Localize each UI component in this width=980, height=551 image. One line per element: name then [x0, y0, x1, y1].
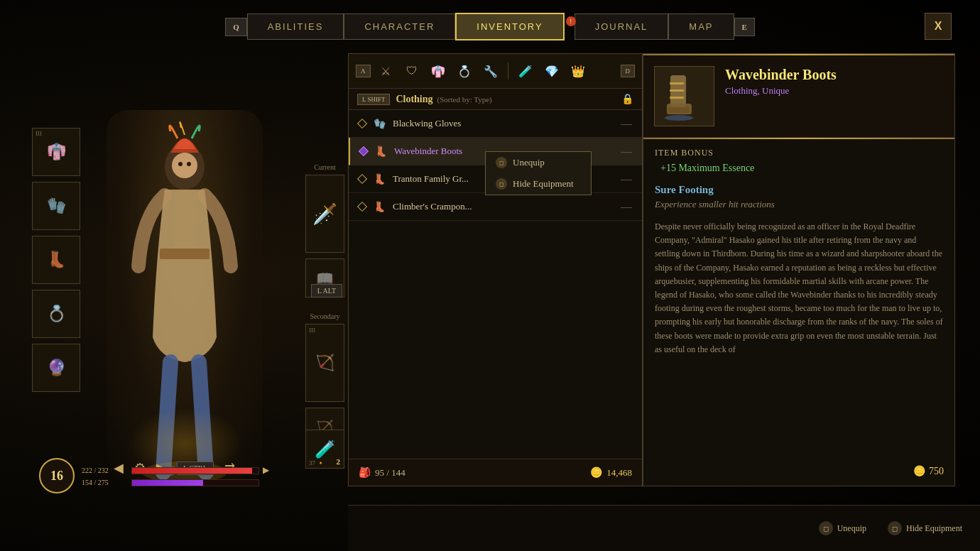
character-tab[interactable]: CHARACTER: [344, 13, 455, 40]
item-type-icon: 👢: [371, 199, 387, 214]
svg-rect-13: [670, 97, 684, 99]
journal-tab[interactable]: JOURNAL: [575, 13, 669, 40]
health-value: 222 / 232: [82, 467, 128, 474]
hide-context-icon: ◻: [496, 178, 507, 190]
category-sort-info: (Sorted by: Type): [437, 95, 492, 104]
gold-display: 🪙 14,468: [590, 467, 632, 479]
journal-exclaim: !: [566, 16, 576, 26]
boots-icon: 👢: [47, 251, 66, 269]
item-diamond-icon: [357, 202, 367, 212]
item-type-icon: 🧤: [371, 116, 387, 131]
weapon-slot-main[interactable]: 🗡️: [305, 175, 344, 253]
inventory-panel: A ⚔ 🛡 👘 💍 🔧 🧪 💎 👑 D L SHIFT Clothing (So…: [348, 53, 643, 486]
health-bars: 222 / 232 ▶ 154 / 275: [82, 465, 269, 486]
gloves-slot[interactable]: 🧤: [32, 182, 80, 230]
svg-rect-10: [668, 107, 690, 113]
context-unequip[interactable]: ◻ Unequip: [486, 152, 591, 173]
ability-description: Experience smaller hit reactions: [655, 199, 943, 210]
svg-point-14: [665, 115, 693, 121]
secondary-weapons: Secondary III 🏹 🏹: [305, 312, 344, 447]
svg-point-6: [178, 162, 183, 166]
boot-svg: [660, 72, 709, 121]
cost-coin-icon: 🪙: [913, 465, 925, 477]
item-dash: —: [621, 117, 632, 130]
item-type-icon: 👢: [371, 171, 387, 187]
spirit-row: 154 / 275: [82, 479, 269, 486]
inventory-tab[interactable]: INVENTORY: [455, 13, 564, 40]
q-key-badge: Q: [225, 18, 247, 36]
consumable-area: 🧪 2 37 🔸: [305, 430, 344, 469]
detail-item-image: [654, 66, 714, 126]
hide-equipment-action[interactable]: ◻ Hide Equipment: [888, 521, 962, 535]
inventory-icon-tabs: A ⚔ 🛡 👘 💍 🔧 🧪 💎 👑 D: [349, 54, 642, 89]
unequip-action-icon: ◻: [819, 521, 833, 535]
ring1-slot[interactable]: 💍: [32, 290, 80, 338]
svg-rect-12: [670, 89, 684, 92]
spirit-value: 154 / 275: [82, 479, 128, 486]
close-button[interactable]: X: [925, 13, 952, 40]
weapons-tab-icon[interactable]: ⚔: [374, 60, 397, 82]
ring2-icon: 🔮: [47, 359, 66, 377]
weight-display: 🎒 95 / 144: [359, 467, 405, 479]
secondary-main-icon: 🏹: [315, 354, 334, 372]
crowns-tab-icon[interactable]: 👑: [567, 60, 589, 82]
detail-title-area: Wavebinder Boots Clothing, Unique: [725, 66, 944, 97]
ring1-icon: 💍: [47, 305, 66, 323]
equipment-slots-left: III 👘 🧤 👢 💍 🔮: [32, 128, 80, 392]
health-bar-background: [131, 467, 259, 474]
gold-icon: 🪙: [590, 467, 602, 479]
hide-equipment-action-icon: ◻: [888, 521, 902, 535]
context-hide-label: Hide Equipment: [513, 178, 574, 190]
unequip-action[interactable]: ◻ Unequip: [819, 521, 866, 535]
sword-icon: 🗡️: [312, 202, 337, 226]
icon-tab-separator: [508, 62, 508, 80]
spirit-bar-background: [131, 479, 259, 486]
tools-tab-icon[interactable]: 🔧: [479, 60, 502, 82]
level-number: 16: [50, 469, 63, 484]
clothing-tab-icon[interactable]: 👘: [427, 60, 450, 82]
top-navigation: Q ABILITIES CHARACTER INVENTORY ! JOURNA…: [0, 13, 980, 40]
gold-value: 14,468: [606, 467, 632, 479]
d-key-badge: D: [621, 65, 636, 77]
armor-tab-icon[interactable]: 🛡: [401, 60, 423, 82]
unequip-action-label: Unequip: [837, 523, 866, 534]
shift-key-badge: L SHIFT: [357, 94, 390, 105]
accessories-tab-icon[interactable]: 💍: [453, 60, 476, 82]
consumable-slot[interactable]: 🧪 2 37 🔸: [305, 430, 344, 469]
consumable-count: 2: [337, 457, 341, 466]
ability-name: Sure Footing: [655, 184, 943, 196]
item-diamond-unique-icon: [359, 146, 369, 156]
lock-icon: 🔒: [621, 93, 633, 105]
chest-icon: 👘: [47, 143, 66, 161]
item-cost-display: 🪙 750: [913, 465, 944, 477]
context-hide-equipment[interactable]: ◻ Hide Equipment: [486, 173, 591, 195]
item-dash: —: [621, 145, 632, 158]
secondary-main-slot[interactable]: III 🏹: [305, 324, 344, 402]
svg-rect-1: [160, 249, 209, 259]
consumable-uses: 37 🔸: [309, 459, 325, 467]
ring2-slot[interactable]: 🔮: [32, 344, 80, 392]
alt-key-badge: L ALT: [311, 284, 342, 298]
list-item[interactable]: 🧤 Blackwing Gloves —: [349, 110, 642, 138]
list-item[interactable]: 👢 Climber's Crampon... —: [349, 193, 642, 221]
lore-text: Despite never officially being recognize…: [655, 220, 943, 356]
item-diamond-icon: [357, 119, 367, 129]
item-dash: —: [621, 200, 632, 213]
inventory-category-bar: L SHIFT Clothing (Sorted by: Type) 🔒: [349, 89, 642, 110]
level-indicator: 16 222 / 232 ▶ 154 / 275: [39, 458, 269, 493]
boots-slot[interactable]: 👢: [32, 236, 80, 284]
detail-item-type: Clothing, Unique: [725, 85, 944, 97]
map-tab[interactable]: MAP: [668, 13, 734, 40]
current-weapons: Current 🗡️ 📖: [305, 163, 344, 298]
detail-item-name: Wavebinder Boots: [725, 66, 944, 83]
character-figure: [92, 96, 277, 493]
chest-slot[interactable]: III 👘: [32, 128, 80, 176]
hide-equipment-label: Hide Equipment: [906, 523, 962, 534]
weight-value: 95 / 144: [375, 467, 405, 479]
abilities-tab[interactable]: ABILITIES: [247, 13, 344, 40]
gems-tab-icon[interactable]: 💎: [540, 60, 563, 82]
context-menu: ◻ Unequip ◻ Hide Equipment: [485, 151, 592, 195]
e-key-badge: E: [734, 18, 755, 36]
consumables-tab-icon[interactable]: 🧪: [514, 60, 537, 82]
bottom-actions-bar: ◻ Unequip ◻ Hide Equipment: [348, 505, 980, 551]
